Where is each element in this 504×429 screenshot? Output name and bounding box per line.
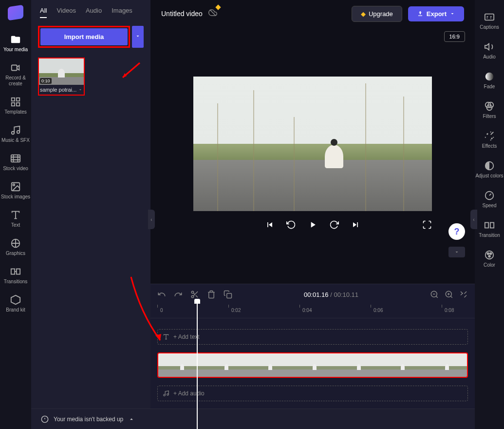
svg-point-32 <box>488 255 490 257</box>
upload-icon <box>417 10 424 17</box>
sidebar-item-stock-images[interactable]: Stock images <box>0 176 31 205</box>
svg-point-14 <box>191 291 194 293</box>
playback-controls <box>193 211 432 238</box>
svg-rect-3 <box>12 103 15 106</box>
brand-icon <box>10 294 21 305</box>
expand-panel-button[interactable] <box>448 247 465 257</box>
right-item-color[interactable]: Color <box>475 244 504 273</box>
aspect-ratio-button[interactable]: 16:9 <box>444 31 465 42</box>
chevron-up-icon[interactable] <box>128 416 135 423</box>
svg-point-6 <box>17 131 20 134</box>
right-item-transition[interactable]: Transition <box>475 214 504 244</box>
sidebar-item-graphics[interactable]: Graphics <box>0 233 31 261</box>
sidebar-item-transitions[interactable]: Transitions <box>0 261 31 290</box>
audio-icon <box>484 41 495 52</box>
redo-icon[interactable] <box>174 290 183 299</box>
cloud-sync-icon[interactable] <box>208 8 217 19</box>
undo-icon[interactable] <box>157 290 166 299</box>
audio-track[interactable]: + Add audio <box>157 386 468 401</box>
fullscreen-icon[interactable] <box>422 220 432 230</box>
thumbnail-duration: 0:10 <box>40 78 52 84</box>
sidebar-item-your-media[interactable]: Your media <box>0 29 31 58</box>
skip-end-icon[interactable] <box>351 220 360 230</box>
svg-rect-7 <box>11 155 20 162</box>
sidebar-label: Graphics <box>6 251 25 256</box>
collapse-left-panel-button[interactable]: ‹ <box>148 210 155 229</box>
chevron-down-icon <box>449 11 455 17</box>
app-logo <box>8 5 23 20</box>
chevron-down-icon[interactable] <box>78 87 83 92</box>
sidebar-label: Text <box>11 222 20 228</box>
export-button[interactable]: Export <box>408 6 464 21</box>
sidebar-item-stock-video[interactable]: Stock video <box>0 148 31 176</box>
thumbnail-name: sample potrai... <box>39 85 84 95</box>
zoom-in-icon[interactable] <box>445 290 453 299</box>
rewind-icon[interactable] <box>286 220 296 230</box>
folder-icon <box>10 34 21 45</box>
svg-point-15 <box>191 295 194 298</box>
sidebar-label: Your media <box>3 47 28 53</box>
right-item-fade[interactable]: Fade <box>475 65 504 95</box>
project-title[interactable]: Untitled video <box>161 10 203 18</box>
import-media-button[interactable]: Import media <box>40 28 128 45</box>
fit-icon[interactable] <box>459 290 468 299</box>
right-item-captions[interactable]: Captions <box>475 6 504 36</box>
media-thumbnail[interactable]: 0:10 sample potrai... <box>38 58 85 96</box>
tab-videos[interactable]: Videos <box>56 7 76 18</box>
duplicate-icon[interactable] <box>224 290 232 299</box>
adjust-icon <box>484 160 495 171</box>
sidebar-label: Record & create <box>0 75 31 87</box>
svg-rect-1 <box>12 98 15 101</box>
sidebar-item-brand-kit[interactable]: Brand kit <box>0 290 31 318</box>
transition-icon <box>484 220 495 231</box>
help-button[interactable]: ? <box>448 223 465 240</box>
left-sidebar: Your media Record & create Templates Mus… <box>0 0 31 429</box>
sidebar-item-record-create[interactable]: Record & create <box>0 58 31 92</box>
captions-icon <box>484 12 495 22</box>
svg-point-22 <box>485 73 494 81</box>
upgrade-button[interactable]: ◆ Upgrade <box>352 6 402 22</box>
music-icon <box>10 125 21 136</box>
right-item-audio[interactable]: Audio <box>475 36 504 65</box>
skip-start-icon[interactable] <box>265 220 275 230</box>
diamond-icon: ◆ <box>361 10 366 18</box>
tab-audio[interactable]: Audio <box>86 7 102 18</box>
media-panel: All Videos Audio Images Import media 0:1… <box>31 0 150 429</box>
transitions-icon <box>10 266 21 277</box>
sidebar-item-templates[interactable]: Templates <box>0 92 31 120</box>
sidebar-label: Music & SFX <box>1 137 30 143</box>
sidebar-label: Templates <box>4 109 27 115</box>
timeline-ruler[interactable]: 0 0:02 0:04 0:06 0:08 <box>150 305 475 318</box>
split-icon[interactable] <box>190 290 199 299</box>
play-icon[interactable] <box>308 220 317 230</box>
sidebar-item-music-sfx[interactable]: Music & SFX <box>0 120 31 148</box>
right-item-speed[interactable]: Speed <box>475 184 504 214</box>
color-icon <box>484 250 495 260</box>
import-dropdown-button[interactable] <box>132 26 144 48</box>
sidebar-item-text[interactable]: Text <box>0 205 31 233</box>
forward-icon[interactable] <box>329 220 339 230</box>
music-icon <box>163 390 169 397</box>
collapse-right-panel-button[interactable]: ‹ <box>470 210 477 229</box>
tab-all[interactable]: All <box>40 7 47 18</box>
top-bar: Untitled video ◆ Upgrade Export <box>150 0 475 27</box>
svg-rect-4 <box>17 103 19 106</box>
film-icon <box>10 153 21 164</box>
text-track[interactable]: + Add text <box>157 329 468 345</box>
right-item-filters[interactable]: Filters <box>475 95 504 125</box>
tab-images[interactable]: Images <box>112 7 132 18</box>
video-preview[interactable] <box>193 77 432 211</box>
sidebar-label: Stock images <box>1 194 30 200</box>
playhead[interactable] <box>197 303 198 429</box>
video-track[interactable] <box>157 352 468 378</box>
thumbnail-image: 0:10 <box>39 58 84 85</box>
fade-icon <box>484 71 495 82</box>
right-item-adjust-colors[interactable]: Adjust colors <box>475 155 504 184</box>
backup-warning-text: Your media isn't backed up <box>54 416 123 423</box>
right-item-effects[interactable]: Effects <box>475 125 504 155</box>
image-icon <box>10 181 21 192</box>
zoom-out-icon[interactable] <box>430 290 439 299</box>
delete-icon[interactable] <box>207 290 216 299</box>
right-sidebar: Captions Audio Fade Filters Effects Adju… <box>475 0 504 429</box>
graphics-icon <box>10 238 21 249</box>
